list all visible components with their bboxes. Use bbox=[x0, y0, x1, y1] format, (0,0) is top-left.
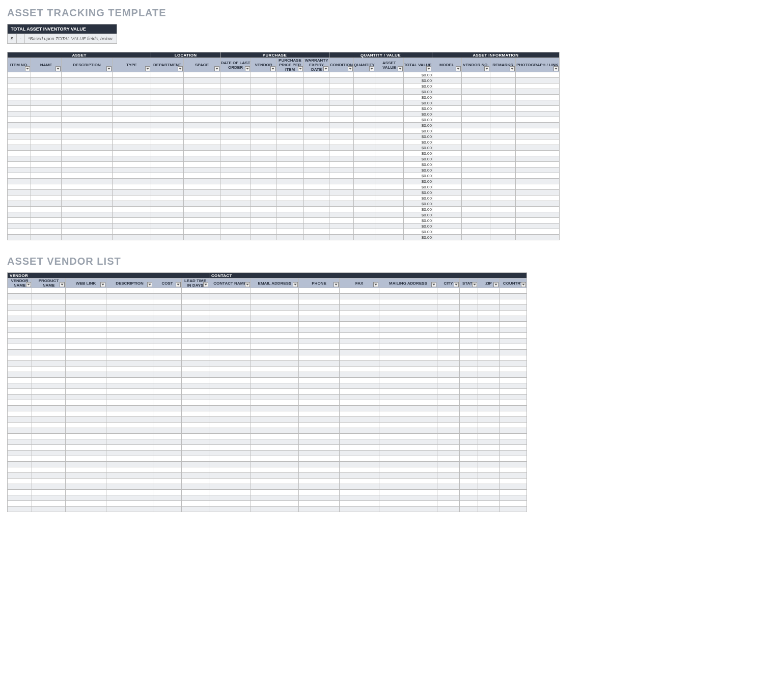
cell[interactable] bbox=[515, 173, 559, 179]
cell[interactable] bbox=[460, 479, 478, 484]
cell[interactable] bbox=[304, 78, 329, 83]
cell[interactable] bbox=[32, 339, 66, 344]
cell[interactable] bbox=[460, 467, 478, 473]
cell[interactable] bbox=[113, 95, 151, 100]
cell[interactable] bbox=[66, 428, 106, 434]
cell[interactable] bbox=[62, 89, 113, 95]
cell[interactable] bbox=[515, 100, 559, 106]
cell[interactable] bbox=[32, 479, 66, 484]
cell[interactable] bbox=[490, 151, 515, 156]
cell[interactable] bbox=[437, 445, 460, 451]
cell[interactable] bbox=[490, 95, 515, 100]
cell[interactable] bbox=[8, 479, 32, 484]
cell[interactable] bbox=[151, 134, 184, 139]
cell[interactable] bbox=[460, 462, 478, 467]
cell[interactable] bbox=[113, 100, 151, 106]
cell[interactable] bbox=[299, 383, 340, 389]
cell[interactable] bbox=[32, 305, 66, 311]
cell[interactable] bbox=[251, 327, 299, 333]
cell[interactable] bbox=[276, 83, 304, 89]
cell[interactable] bbox=[460, 434, 478, 439]
cell[interactable] bbox=[478, 484, 500, 490]
cell[interactable] bbox=[251, 134, 276, 139]
cell[interactable] bbox=[251, 383, 299, 389]
cell[interactable] bbox=[276, 89, 304, 95]
cell[interactable] bbox=[478, 439, 500, 445]
cell[interactable] bbox=[432, 212, 461, 218]
cell[interactable] bbox=[276, 229, 304, 235]
cell[interactable] bbox=[304, 117, 329, 123]
cell[interactable] bbox=[184, 223, 220, 229]
cell[interactable] bbox=[8, 123, 31, 128]
cell[interactable] bbox=[251, 507, 299, 512]
cell[interactable] bbox=[8, 173, 31, 179]
cell[interactable] bbox=[500, 344, 527, 350]
cell[interactable] bbox=[251, 173, 276, 179]
cell[interactable] bbox=[478, 400, 500, 406]
cell[interactable] bbox=[32, 507, 66, 512]
cell[interactable] bbox=[8, 327, 32, 333]
asset-col-0[interactable]: ITEM NO. bbox=[8, 58, 31, 72]
cell[interactable] bbox=[478, 350, 500, 355]
cell[interactable] bbox=[329, 95, 354, 100]
cell[interactable] bbox=[437, 417, 460, 423]
cell[interactable] bbox=[106, 490, 153, 495]
cell[interactable] bbox=[31, 229, 62, 235]
cell[interactable] bbox=[500, 434, 527, 439]
cell[interactable] bbox=[354, 89, 375, 95]
cell[interactable] bbox=[66, 327, 106, 333]
cell[interactable] bbox=[151, 195, 184, 201]
cell[interactable] bbox=[379, 411, 437, 417]
cell[interactable] bbox=[66, 467, 106, 473]
cell[interactable] bbox=[460, 311, 478, 316]
cell[interactable] bbox=[490, 139, 515, 145]
cell[interactable] bbox=[32, 322, 66, 327]
cell[interactable] bbox=[354, 117, 375, 123]
cell[interactable] bbox=[379, 400, 437, 406]
cell[interactable] bbox=[220, 123, 251, 128]
cell[interactable]: $0.00 bbox=[403, 89, 432, 95]
cell[interactable] bbox=[182, 451, 209, 456]
cell[interactable]: $0.00 bbox=[403, 179, 432, 184]
cell[interactable] bbox=[8, 350, 32, 355]
cell[interactable] bbox=[8, 445, 32, 451]
cell[interactable] bbox=[276, 167, 304, 173]
cell[interactable] bbox=[8, 145, 31, 151]
cell[interactable] bbox=[329, 173, 354, 179]
vendor-col-13[interactable]: ZIP bbox=[478, 278, 500, 288]
cell[interactable] bbox=[490, 100, 515, 106]
cell[interactable] bbox=[437, 383, 460, 389]
cell[interactable] bbox=[304, 162, 329, 167]
asset-col-15[interactable]: VENDOR NO. bbox=[461, 58, 490, 72]
cell[interactable] bbox=[432, 235, 461, 240]
cell[interactable] bbox=[8, 378, 32, 383]
cell[interactable] bbox=[66, 288, 106, 294]
asset-col-1[interactable]: NAME bbox=[31, 58, 62, 72]
cell[interactable] bbox=[209, 316, 251, 322]
cell[interactable] bbox=[251, 195, 276, 201]
cell[interactable] bbox=[153, 322, 182, 327]
cell[interactable] bbox=[251, 490, 299, 495]
cell[interactable] bbox=[62, 223, 113, 229]
cell[interactable] bbox=[66, 417, 106, 423]
cell[interactable] bbox=[153, 288, 182, 294]
cell[interactable] bbox=[106, 305, 153, 311]
cell[interactable] bbox=[182, 411, 209, 417]
cell[interactable] bbox=[299, 305, 340, 311]
cell[interactable] bbox=[432, 190, 461, 195]
cell[interactable] bbox=[432, 123, 461, 128]
cell[interactable] bbox=[251, 229, 276, 235]
cell[interactable] bbox=[31, 235, 62, 240]
cell[interactable] bbox=[276, 156, 304, 162]
cell[interactable] bbox=[31, 179, 62, 184]
cell[interactable] bbox=[153, 311, 182, 316]
cell[interactable] bbox=[500, 479, 527, 484]
cell[interactable] bbox=[340, 378, 379, 383]
cell[interactable] bbox=[251, 479, 299, 484]
cell[interactable] bbox=[478, 395, 500, 400]
cell[interactable] bbox=[437, 305, 460, 311]
cell[interactable]: $0.00 bbox=[403, 111, 432, 117]
cell[interactable] bbox=[299, 451, 340, 456]
cell[interactable] bbox=[500, 299, 527, 305]
cell[interactable] bbox=[32, 456, 66, 462]
